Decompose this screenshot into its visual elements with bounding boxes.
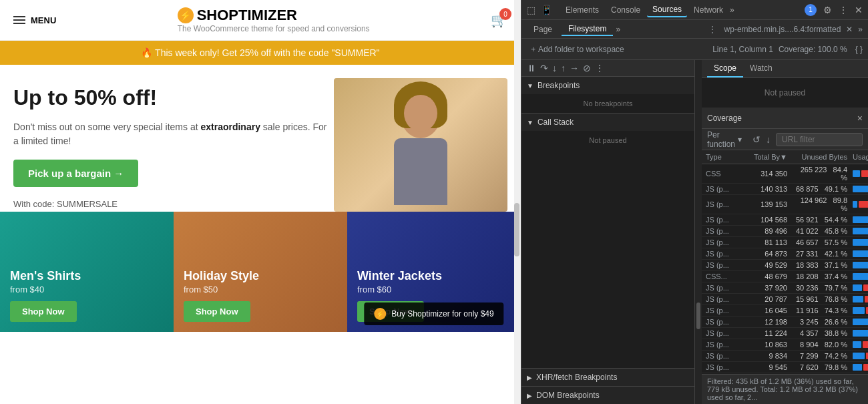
logo-title: ⚡ SHOPTIMIZER: [178, 7, 370, 24]
inspect-icon[interactable]: ⬚: [527, 5, 535, 15]
shop-now-button-2[interactable]: Shop Now: [184, 301, 250, 322]
row-unused: 41 022 45.8 %: [793, 227, 853, 235]
step-out-button[interactable]: ↑: [561, 63, 566, 73]
subtab-page[interactable]: Page: [527, 23, 559, 35]
vertical-dots-icon[interactable]: ⋮: [839, 5, 848, 15]
row-total: 20 787: [742, 295, 793, 303]
sidebar-scrollbar[interactable]: [695, 60, 702, 404]
product-card-3: Winter Jackets from $60 Shop Now ⚡ Buy S…: [347, 212, 521, 332]
row-viz: [853, 250, 868, 257]
settings-icon[interactable]: ⚙: [823, 5, 832, 15]
device-icon[interactable]: 📱: [541, 5, 552, 15]
row-total: 89 496: [742, 227, 793, 235]
callstack-section: ▼ Call Stack Not paused: [521, 114, 694, 369]
row-viz: [853, 262, 868, 268]
file-tab-label[interactable]: wp-embed.min.js....6.4:formatted: [724, 25, 841, 34]
coverage-close-icon[interactable]: ×: [857, 113, 863, 124]
menu-label: MENU: [31, 15, 56, 25]
table-row[interactable]: /autoptimize_99198683b0bc865 CSS 314 350…: [702, 164, 868, 184]
hamburger-icon: [13, 16, 25, 24]
step-button[interactable]: →: [570, 63, 579, 73]
breakpoints-arrow: ▼: [527, 82, 533, 89]
subtab-filesystem[interactable]: Filesystem: [562, 23, 613, 36]
logo-bolt-icon: ⚡: [178, 7, 194, 23]
header-viz: Usage Visualization: [853, 153, 868, 161]
debug-controls: ⏸ ↷ ↓ ↑ → ⊘ ⋮: [521, 60, 694, 77]
menu-button[interactable]: MENU: [13, 15, 56, 25]
row-unused: 265 223 84.4 %: [793, 166, 853, 182]
reload-button[interactable]: ↺: [752, 134, 761, 145]
row-unused: 8 904 82.0 %: [793, 341, 853, 349]
export-button[interactable]: ↓: [766, 134, 771, 145]
hero-section: Up to 50% off! Don't miss out on some ve…: [0, 65, 521, 212]
tab-elements[interactable]: Elements: [560, 3, 604, 17]
table-row[interactable]: https://shoptimizerdemo.co... / CSS... C…: [702, 271, 868, 282]
table-row[interactable]: https://.../dialog.min.js?ver=4.8.1 JS (…: [702, 339, 868, 351]
scope-tab[interactable]: Scope: [707, 60, 743, 77]
hero-cta-button[interactable]: Pick up a bargain →: [13, 160, 138, 187]
step-over-button[interactable]: ↷: [540, 63, 548, 73]
deactivate-button[interactable]: ⊘: [583, 63, 591, 73]
close-devtools-icon[interactable]: ✕: [855, 5, 863, 15]
subtab-more-icon[interactable]: »: [616, 25, 620, 34]
viz-used-bar: [853, 186, 868, 192]
row-unused: 68 875 49.1 %: [793, 185, 853, 193]
row-type: JS (p...: [706, 295, 742, 303]
devtools-subtabs: Page Filesystem » ⋮ wp-embed.min.js....6…: [521, 20, 868, 39]
table-row[interactable]: https://.../ajax-search.js?ver=1.2.8 JS …: [702, 351, 868, 362]
row-unused: 18 208 37.4 %: [793, 272, 853, 280]
tab-sources[interactable]: Sources: [647, 3, 687, 17]
viz-used-bar: [853, 330, 868, 337]
table-row[interactable]: https://www.googl.../analytics.js JS (p.…: [702, 260, 868, 271]
callstack-label: Call Stack: [537, 118, 574, 127]
tab-network[interactable]: Network: [688, 3, 728, 17]
row-viz: [853, 364, 868, 371]
scrollbar[interactable]: [514, 0, 521, 404]
table-row[interactable]: /jquery.blockUI.min.js?ver=2.70 JS (p...…: [702, 362, 868, 373]
watch-tab[interactable]: Watch: [743, 60, 779, 77]
table-row[interactable]: h.../underscore.min.js?ver=1.8.3 JS (p..…: [702, 305, 868, 317]
product-card-1: Men's Shirts from $40 Shop Now: [0, 212, 174, 332]
product-price-3: from $60: [357, 284, 511, 294]
per-function-button[interactable]: Per function ▾: [707, 130, 742, 149]
coverage-pct: Coverage: 100.0 %: [779, 45, 847, 54]
table-row[interactable]: https://.../swiper.min.js?ver=5.3.6 JS (…: [702, 195, 868, 214]
more-debug-icon[interactable]: ⋮: [595, 63, 604, 73]
table-row[interactable]: /frontend-modules.min.js?ver=3 JS (p... …: [702, 248, 868, 260]
row-type: JS (p...: [706, 329, 742, 337]
table-row[interactable]: /jquery-migrate.min.js?ver=3.3.2 JS (p..…: [702, 328, 868, 339]
xhr-header[interactable]: ▶ XHR/fetch Breakpoints: [521, 369, 694, 386]
tab-more-icon[interactable]: »: [730, 5, 734, 15]
tab-console[interactable]: Console: [606, 3, 646, 17]
breakpoints-header[interactable]: ▼ Breakpoints: [521, 77, 694, 94]
row-type: JS (p...: [706, 261, 742, 269]
table-row[interactable]: /preloaded-elements-handlers.n JS (p... …: [702, 282, 868, 294]
step-into-button[interactable]: ↓: [552, 63, 557, 73]
close-file-tab-icon[interactable]: ✕: [846, 25, 853, 34]
scroll-thumb[interactable]: [514, 203, 519, 256]
subtab-options-icon[interactable]: ⋮: [708, 25, 716, 34]
url-filter-input[interactable]: [776, 133, 863, 146]
callstack-header[interactable]: ▼ Call Stack: [521, 114, 694, 131]
table-row[interactable]: https://... /core.min.js?ver=1.12.1 JS (…: [702, 294, 868, 305]
table-row[interactable]: chrome-extension://.../inpage.js JS (p..…: [702, 184, 868, 195]
table-row[interactable]: htt... /gtm.js?id=GTM-TF4G56M JS (p... 1…: [702, 214, 868, 226]
table-row[interactable]: htt... /frontend.min.js?ver=3.1.3 JS (p.…: [702, 237, 868, 248]
row-total: 10 863: [742, 341, 793, 349]
viz-used-bar: [853, 239, 868, 246]
row-type: JS (p...: [706, 318, 742, 326]
table-row[interactable]: https://.../jquery.min.js?ver=3.5.1 JS (…: [702, 226, 868, 237]
row-type: JS (p...: [706, 363, 742, 371]
file-tabs-more-icon[interactable]: »: [858, 25, 863, 34]
pause-button[interactable]: ⏸: [527, 63, 536, 73]
shop-now-button-1[interactable]: Shop Now: [10, 301, 77, 322]
row-type: CSS: [706, 170, 742, 178]
sidebar-scroll-thumb[interactable]: [696, 302, 700, 329]
table-row[interactable]: htt... /waypoints.min.js?ver=4.0.2 JS (p…: [702, 317, 868, 328]
format-button[interactable]: { }: [855, 45, 863, 54]
cart-icon[interactable]: 🛒 0: [491, 12, 507, 28]
dom-header[interactable]: ▶ DOM Breakpoints: [521, 387, 694, 404]
add-folder-button[interactable]: + Add folder to workspace: [527, 43, 628, 55]
row-total: 81 113: [742, 238, 793, 246]
notification-badge: 1: [805, 4, 817, 16]
